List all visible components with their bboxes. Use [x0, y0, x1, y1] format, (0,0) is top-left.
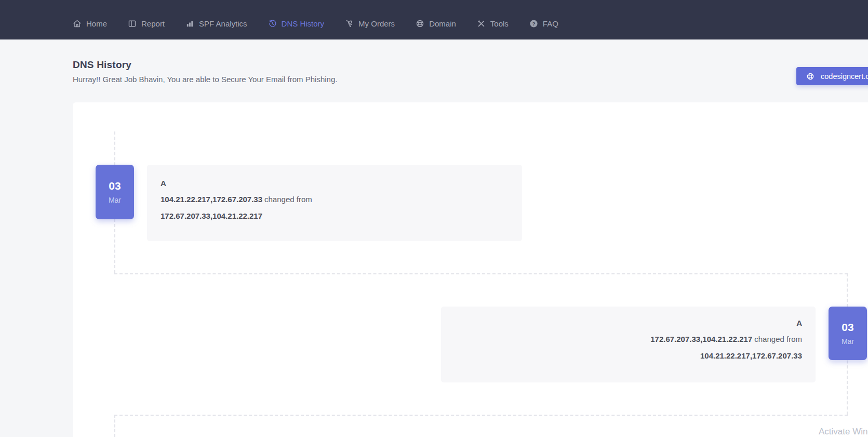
nav-label-spf-analytics: SPF Analytics	[199, 19, 247, 28]
record-old-value: 104.21.22.217,172.67.207.33	[700, 351, 802, 360]
record-change-line: 104.21.22.217,172.67.207.33changed from	[161, 194, 509, 204]
nav-item-spf-analytics[interactable]: SPF Analytics	[185, 19, 247, 28]
nav-item-faq[interactable]: ? FAQ	[529, 19, 558, 28]
main-navbar: Home Report SPF Analytics DNS Histo	[0, 0, 868, 39]
record-type: A	[161, 179, 509, 188]
nav-item-domain[interactable]: Domain	[416, 19, 456, 28]
bar-chart-icon	[185, 19, 194, 28]
page-title: DNS History	[73, 59, 131, 71]
timeline-date-badge: 03 Mar	[829, 307, 867, 360]
nav-item-home[interactable]: Home	[73, 19, 107, 28]
record-change-label: changed from	[264, 195, 312, 204]
nav-item-dns-history[interactable]: DNS History	[268, 19, 325, 28]
globe-icon	[416, 19, 424, 28]
record-new-value: 172.67.207.33,104.21.22.217	[650, 335, 752, 343]
question-icon: ?	[529, 19, 538, 28]
nav-label-faq: FAQ	[543, 19, 558, 28]
nav-label-domain: Domain	[429, 19, 456, 28]
record-change-line: 172.67.207.33,104.21.22.217changed from	[455, 334, 802, 344]
report-icon	[128, 19, 137, 28]
globe-icon	[806, 72, 814, 81]
question-glyph: ?	[532, 21, 535, 27]
page-subtitle: Hurray!! Great Job Bhavin, You are able …	[73, 75, 337, 84]
dns-history-panel	[73, 102, 868, 437]
history-icon	[268, 19, 277, 28]
nav-label-dns-history: DNS History	[282, 19, 325, 28]
current-domain-label: codesigncert.co	[821, 72, 868, 81]
nav-item-my-orders[interactable]: My Orders	[345, 19, 395, 28]
record-old-line: 172.67.207.33,104.21.22.217	[161, 211, 509, 221]
dns-record-change-card: A 104.21.22.217,172.67.207.33changed fro…	[147, 165, 522, 241]
timeline-date-badge: 03 Mar	[96, 165, 134, 219]
record-change-label: changed from	[754, 335, 802, 343]
date-day: 03	[109, 180, 121, 192]
cart-icon	[345, 19, 354, 28]
nav-label-report: Report	[141, 19, 165, 28]
record-old-value: 172.67.207.33,104.21.22.217	[161, 211, 262, 220]
nav-item-report[interactable]: Report	[128, 19, 165, 28]
dns-history-page: Home Report SPF Analytics DNS Histo	[0, 0, 868, 437]
nav-label-home: Home	[86, 19, 107, 28]
nav-label-tools: Tools	[490, 19, 509, 28]
tools-icon	[477, 19, 486, 28]
record-type: A	[455, 319, 802, 327]
date-month: Mar	[109, 196, 121, 204]
date-month: Mar	[842, 337, 854, 346]
dns-record-change-card: A 172.67.207.33,104.21.22.217changed fro…	[441, 307, 816, 382]
current-domain-button[interactable]: codesigncert.co	[796, 67, 868, 85]
record-new-value: 104.21.22.217,172.67.207.33	[161, 195, 262, 204]
date-day: 03	[842, 321, 853, 334]
home-icon	[73, 19, 82, 28]
record-old-line: 104.21.22.217,172.67.207.33	[455, 351, 802, 361]
timeline-connector	[114, 415, 848, 416]
nav-item-tools[interactable]: Tools	[477, 19, 509, 28]
timeline-connector	[114, 415, 115, 437]
timeline-connector	[114, 273, 848, 274]
nav-label-my-orders: My Orders	[358, 19, 395, 28]
